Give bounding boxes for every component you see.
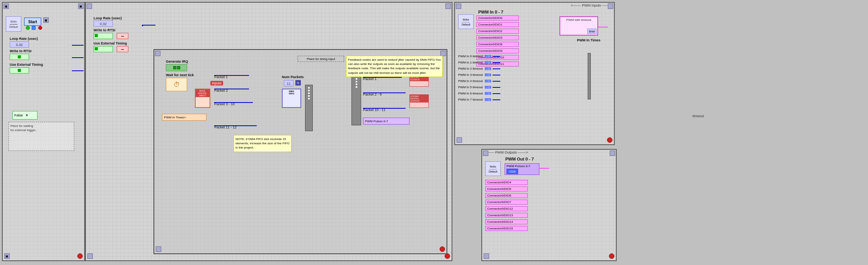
sub-stop-br[interactable] <box>440 246 445 252</box>
red-led <box>38 26 42 30</box>
wait-tick-label: Wait for next tick <box>166 73 194 77</box>
n-block: N <box>295 80 301 85</box>
pwm-6-label: PWM In 6 timeout <box>458 92 483 95</box>
pwm-3-label: PWM In 3 timeout <box>458 73 483 77</box>
out-pin2 <box>356 78 357 80</box>
pwm-out-stop-br[interactable] <box>609 253 614 259</box>
ticks-div3 <box>489 169 497 169</box>
default-label: Default <box>9 26 18 28</box>
timing-terminal: ▪▪▪ <box>117 46 128 52</box>
pwm-pulses-block: PWM Pulses 0-7 U32A <box>505 163 539 175</box>
green-led <box>26 26 30 30</box>
pwm-1-label: PWM In 1 timeout <box>458 61 483 64</box>
pwm-7-badge: U32 <box>485 98 491 101</box>
rtsi-indicator <box>18 55 21 58</box>
inputs-label: Inputs <box>210 81 223 85</box>
pwm-5-badge: U32 <box>485 86 491 89</box>
rtsi-terminal: ▪▪▪ <box>117 33 128 39</box>
out-connector-item-0: Connector0/DIO4 <box>485 179 532 185</box>
place-input-label: Place for doing input <box>307 57 335 61</box>
main-stop-br[interactable] <box>445 253 450 259</box>
bundle-connector-center <box>305 85 313 131</box>
ext-timing-block[interactable] <box>10 67 29 74</box>
pwm-in-stop-br[interactable] <box>607 137 612 143</box>
out-packet10-wire <box>363 108 406 109</box>
write-rtsi-label: Write to RTSI <box>10 49 31 53</box>
feedback-text: Feedback nodes are used to reduce jitter… <box>348 58 441 75</box>
wire-loop <box>72 45 84 46</box>
main-loop-rate-value[interactable]: 0.32 <box>94 21 113 27</box>
pwm-7-label: PWM In 7 timeout <box>458 98 483 101</box>
corner-icon-tr: ▣ <box>78 3 84 9</box>
ext-timing-indicator <box>18 69 21 72</box>
wait-icon: ⏱ <box>174 81 180 88</box>
start-button[interactable]: Start <box>24 17 41 26</box>
pwm-out-panel: <------- PWM Outputs -------> PWM Out 0 … <box>481 149 617 261</box>
pwm-out-ticks-label: ticks <box>490 165 496 168</box>
dma-note: NOTE: If DMA FIFO size exceeds 15 elemen… <box>234 135 292 152</box>
connector-item-0: Connector0/DIO0 <box>476 15 523 21</box>
di-header: BOOL DIGITAL INPUT <box>196 89 210 97</box>
pwm-in-corner-bl <box>457 137 462 143</box>
out-connector-5-label: Connector0/DIO13 <box>485 213 528 218</box>
loop-rate-value[interactable]: 0.32 <box>10 41 29 48</box>
pwm-in-bundle <box>588 53 591 99</box>
main-loop-rate: Loop Rate (usec) <box>94 16 122 20</box>
pin4 <box>308 95 310 97</box>
out-combo2: COOM4DIGITALOUTPUT <box>409 94 429 108</box>
pwm-out-title: PWM Out 0 - 7 <box>505 157 534 161</box>
out-connector-item-6: Connector0/DIO14 <box>485 219 532 225</box>
rtsi-led <box>95 34 98 37</box>
pwm-1-wire <box>493 62 500 63</box>
ticks-label: ticks <box>10 20 17 23</box>
pwm-0-badge: U32 <box>485 55 491 58</box>
sub-corner-tr <box>440 51 446 56</box>
pin5 <box>308 98 310 99</box>
connector-0-label: Connector0/DIO0 <box>476 15 519 21</box>
connector-2-label: Connector0/DIO2 <box>476 29 519 34</box>
gen-irq-block[interactable] <box>166 64 187 71</box>
gen-irq-label: Generate IRQ <box>166 60 188 63</box>
blue-indicator <box>32 26 36 30</box>
stop-icon-bl[interactable] <box>77 253 83 259</box>
subframe: Generate IRQ Wait for next tick ⏱ Inputs… <box>153 49 447 254</box>
out-pin5 <box>356 86 357 88</box>
write-rtsi-block[interactable] <box>10 54 29 60</box>
pwm-pulses-label: PWM Pulses 0-7 <box>506 164 530 168</box>
false-block[interactable]: False ▼ <box>12 111 38 120</box>
out-connector-2-label: Connector0/DIO6 <box>485 193 528 198</box>
packet11-wire <box>214 125 257 126</box>
corner-icon-bl: ▣ <box>4 253 10 259</box>
main-ext-timing-block[interactable] <box>94 46 113 52</box>
ctrl-icon1[interactable]: ▣ <box>43 17 49 23</box>
wire-h1 <box>142 25 155 26</box>
pwm-in-panel: <------- PWM Inputs -------> PWM In 0 - … <box>454 2 615 145</box>
connector-pins <box>308 85 310 99</box>
pwm-4-wire <box>493 81 500 82</box>
irq-led <box>173 66 176 69</box>
pwm-0-wire <box>493 56 500 57</box>
pwm-in-corner-tl <box>456 3 461 9</box>
pwm-in-ticks: ticks Default <box>458 14 474 29</box>
timeout-value: BNM <box>587 29 597 34</box>
wire-timing <box>72 70 84 71</box>
digital-inputs-block: BOOL DIGITAL INPUT <box>195 89 210 108</box>
pwm-inputs-arrow: <------- PWM Inputs -------> <box>571 3 612 7</box>
num-packets-label: Num Packets <box>282 75 304 79</box>
main-corner-bl <box>87 253 93 259</box>
main-write-rtsi-block[interactable] <box>94 33 113 39</box>
pwm-5-wire <box>493 87 500 88</box>
use-ext-timing-label: Use External Timing <box>10 63 43 67</box>
pulses-u32: U32A <box>506 169 518 174</box>
dma-note-text: NOTE: If DMA FIFO size exceeds 15 elemen… <box>235 137 290 149</box>
pin1 <box>308 87 310 89</box>
packet1-wire <box>214 75 249 76</box>
pin3 <box>308 92 310 94</box>
connector-4-label: Connector0/DIO8 <box>476 42 519 47</box>
num-packets-value[interactable]: 11 <box>284 80 293 86</box>
timeout-text: timeout <box>692 114 704 118</box>
out-connector-item-5: Connector0/DIO13 <box>485 212 532 218</box>
connector-item-1: Connector0/DIO1 <box>476 21 523 27</box>
wait-tick-block[interactable]: ⏱ <box>166 78 187 91</box>
pwm-out-corner-tr <box>610 150 615 156</box>
